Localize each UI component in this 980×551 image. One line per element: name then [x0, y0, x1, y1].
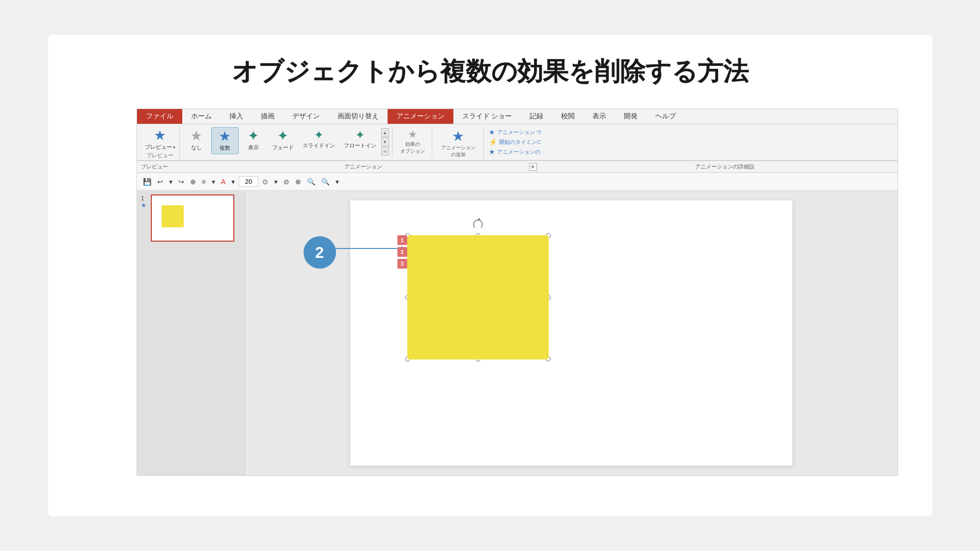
list-dropdown[interactable]: ▾ [210, 177, 217, 187]
tab-view[interactable]: 表示 [584, 109, 615, 124]
group-btn[interactable]: ⊕ [293, 177, 303, 187]
multiple-label: 複数 [220, 144, 230, 152]
slide-star-1: ★ [141, 202, 149, 209]
shape-fill-dropdown[interactable]: ▾ [272, 177, 280, 187]
tab-slideshow[interactable]: スライド ショー [453, 109, 521, 124]
animation-buttons-group: ★ なし ★ 複数 ✦ 表示 [181, 126, 392, 158]
timing-item-1[interactable]: ★ アニメーション ウ [489, 128, 542, 136]
tab-insert[interactable]: 挿入 [221, 109, 252, 124]
scroll-up-btn[interactable]: ▲ [381, 128, 389, 137]
timing-item-3[interactable]: ★ アニメーションの [489, 148, 542, 156]
animation-fade-btn[interactable]: ✦ フェード [268, 127, 298, 154]
timing-star-icon-3: ★ [489, 148, 495, 156]
annotation-circle-2: 2 [304, 236, 336, 269]
animation-badge-2: 2 [397, 247, 407, 257]
add-animation-group: ★ アニメーション の追加 [433, 126, 484, 160]
preview-dropdown-icon: ▾ [173, 145, 175, 150]
preview-group: ★ プレビュー ▾ プレビュー [141, 126, 180, 160]
timing-item-2[interactable]: ⚡ 開始のタイミン⊂ [489, 138, 542, 146]
undo-btn[interactable]: ↩ [155, 177, 165, 187]
font-color-dropdown[interactable]: ▾ [229, 177, 237, 187]
floatin-label: フロートイン [344, 142, 376, 149]
slide-panel: 1 ★ [137, 191, 245, 475]
tab-home[interactable]: ホーム [182, 109, 221, 124]
animation-badge-1: 1 [397, 235, 407, 245]
slidein-star-icon: ✦ [314, 129, 324, 141]
ribbon-label-bar: プレビュー アニメーション ⊞ アニメーションの詳細設 [137, 161, 897, 173]
timing-label-1: アニメーション ウ [497, 129, 542, 136]
tab-review[interactable]: 校閲 [552, 109, 584, 124]
add-animation-button[interactable]: ★ アニメーション の追加 [437, 127, 479, 159]
shape-fill-btn[interactable]: ⊙ [260, 177, 270, 187]
animation-slidein-btn[interactable]: ✦ スライドイン [299, 127, 339, 154]
effect-option-button[interactable]: ★ 効果の オプション [397, 127, 428, 156]
undo-dropdown[interactable]: ▾ [167, 177, 174, 187]
zoom-out-btn[interactable]: 🔍 [319, 177, 332, 187]
slide-canvas: 2 [350, 200, 792, 466]
tab-draw[interactable]: 描画 [252, 109, 283, 124]
tab-help[interactable]: ヘルプ [646, 109, 685, 124]
rotation-handle[interactable] [473, 220, 483, 229]
page-title: オブジェクトから複数の効果を削除する方法 [78, 55, 903, 89]
multiple-star-icon: ★ [219, 130, 231, 143]
animation-multiple-btn[interactable]: ★ 複数 [211, 127, 239, 154]
fade-star-icon: ✦ [277, 129, 288, 143]
more-btn[interactable]: ▾ [334, 177, 341, 187]
details-section-label: アニメーションの詳細設 [557, 163, 894, 170]
preview-group-label: プレビュー [146, 152, 173, 160]
slide-thumbnail-1[interactable] [151, 194, 234, 242]
ribbon-content: ★ プレビュー ▾ プレビュー ★ なし [137, 124, 897, 161]
align-btn[interactable]: ⊘ [281, 177, 291, 187]
save-btn[interactable]: 💾 [141, 177, 153, 187]
page-container: オブジェクトから複数の効果を削除する方法 ファイル ホーム 挿入 描画 デザイン… [48, 35, 932, 516]
slide-number-1: 1 [141, 194, 149, 202]
none-label: なし [191, 144, 202, 151]
tab-animation[interactable]: アニメーション [388, 109, 453, 124]
animation-section-label: アニメーション [200, 163, 527, 170]
show-label: 表示 [248, 144, 259, 151]
show-star-icon: ✦ [248, 129, 259, 143]
zoom-in-btn[interactable]: 🔍 [305, 177, 317, 187]
animation-floatin-btn[interactable]: ✦ フロートイン [340, 127, 380, 154]
slide-view: 2 [245, 191, 897, 475]
tab-bar: ファイル ホーム 挿入 描画 デザイン 画面切り替え アニメーション スライド … [137, 109, 897, 124]
font-color-btn[interactable]: A [219, 177, 227, 187]
list-btn[interactable]: ≡ [200, 177, 208, 187]
tab-file[interactable]: ファイル [137, 109, 182, 124]
preview-label: プレビュー [145, 143, 172, 151]
floatin-star-icon: ✦ [355, 129, 365, 141]
font-size-input[interactable]: 20 [239, 176, 258, 187]
tab-transitions[interactable]: 画面切り替え [329, 109, 388, 124]
annotation-arrow [336, 248, 404, 249]
insert-btn[interactable]: ⊕ [188, 177, 198, 187]
slidein-label: スライドイン [303, 142, 335, 149]
redo-btn[interactable]: ↪ [176, 177, 186, 187]
tab-dev[interactable]: 開発 [615, 109, 646, 124]
timing-star-icon-1: ★ [489, 128, 495, 136]
tab-design[interactable]: デザイン [283, 109, 329, 124]
add-animation-icon: ★ [452, 128, 464, 144]
tab-record[interactable]: 記録 [521, 109, 552, 124]
main-area: 1 ★ 2 [137, 191, 897, 475]
effect-option-icon: ★ [408, 128, 418, 141]
animation-expand-btn[interactable]: ⊞ [529, 163, 537, 171]
animation-none-btn[interactable]: ★ なし [183, 127, 210, 154]
scroll-more-btn[interactable]: ═ [381, 147, 389, 156]
timing-label-3: アニメーションの [497, 148, 540, 156]
timing-group: ★ アニメーション ウ ⚡ 開始のタイミン⊂ ★ アニメーションの [485, 126, 546, 158]
toolbar: 💾 ↩ ▾ ↪ ⊕ ≡ ▾ A ▾ 20 ⊙ ▾ ⊘ ⊕ 🔍 🔍 ▾ [137, 173, 897, 191]
scroll-down-btn[interactable]: ▼ [381, 138, 389, 146]
fade-label: フェード [272, 144, 294, 151]
timing-bolt-icon: ⚡ [489, 138, 497, 146]
animation-show-btn[interactable]: ✦ 表示 [240, 127, 267, 154]
ribbon-scroll: ▲ ▼ ═ [380, 127, 390, 157]
ppt-window: ファイル ホーム 挿入 描画 デザイン 画面切り替え アニメーション スライド … [137, 109, 898, 476]
effect-option-label: 効果の オプション [400, 141, 425, 155]
preview-button[interactable]: ★ プレビュー ▾ [145, 127, 175, 151]
yellow-shape [407, 235, 549, 359]
none-star-icon: ★ [190, 129, 202, 143]
add-animation-label: アニメーション の追加 [441, 144, 476, 158]
timing-label-2: 開始のタイミン⊂ [499, 138, 541, 146]
slide-thumb-shape [162, 205, 184, 227]
shape-container[interactable]: 2 [399, 227, 557, 367]
